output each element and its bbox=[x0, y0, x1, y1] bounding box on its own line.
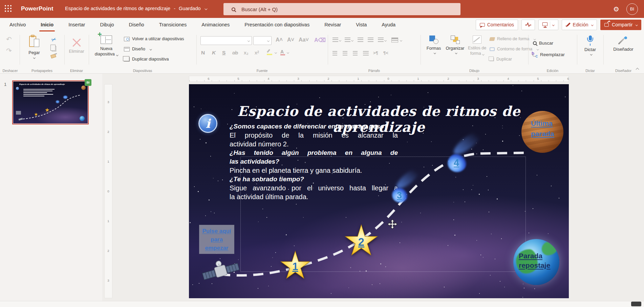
grow-font-icon[interactable]: A˄ bbox=[276, 37, 283, 43]
settings-gear-icon[interactable]: ⚙ bbox=[611, 4, 621, 14]
slide-thumbnail[interactable]: Espacio de actividades de ritmos de apre… bbox=[12, 80, 89, 124]
ribbon-tab-row: Archivo Inicio Insertar Dibujo Diseño Tr… bbox=[0, 18, 644, 31]
font-name-select[interactable] bbox=[200, 36, 252, 45]
reemplazar-button[interactable]: bc Reemplazar bbox=[532, 50, 565, 58]
formas-button[interactable]: Formas bbox=[424, 36, 444, 54]
group-label-parrafo: Párrafo bbox=[328, 69, 421, 73]
ultima-parada-link[interactable]: Última parada bbox=[531, 118, 554, 139]
tab-inicio[interactable]: Inicio bbox=[33, 18, 61, 31]
text-direction-icon[interactable] bbox=[391, 38, 398, 43]
cut-icon[interactable]: ✂ bbox=[50, 36, 58, 44]
clear-format-icon[interactable]: A⌫ bbox=[314, 37, 326, 43]
document-title-bar[interactable]: Espacio de actividades de ritmos de apre… bbox=[65, 6, 207, 11]
parada-repostaje-link[interactable]: Parada repostaje bbox=[519, 251, 550, 270]
ultima-line: Última bbox=[531, 118, 554, 128]
change-case-icon[interactable]: Aa˅ bbox=[299, 37, 309, 43]
text-line: ¿Te ha sobrado tiempo? bbox=[230, 175, 398, 184]
align-right-icon[interactable] bbox=[353, 51, 358, 55]
comentarios-button[interactable]: Comentarios bbox=[476, 20, 518, 30]
tab-revisar[interactable]: Revisar bbox=[317, 18, 348, 31]
bottom-right-chip[interactable] bbox=[631, 302, 641, 306]
pencil-icon bbox=[566, 22, 571, 27]
font-size-select[interactable] bbox=[253, 36, 272, 45]
share-icon bbox=[604, 23, 609, 27]
redo-button[interactable]: ↷ bbox=[6, 47, 12, 54]
increase-indent-icon[interactable] bbox=[368, 38, 373, 42]
tab-dibujo[interactable]: Dibujo bbox=[92, 18, 121, 31]
numbering-icon[interactable] bbox=[345, 38, 350, 42]
tab-diseno[interactable]: Diseño bbox=[122, 18, 152, 31]
search-input[interactable] bbox=[241, 6, 445, 12]
nueva-diapositiva-button[interactable]: + Nueva diapositiva bbox=[92, 36, 121, 57]
tab-presentacion[interactable]: Presentación con diapositivas bbox=[237, 18, 317, 31]
line-spacing-icon[interactable] bbox=[378, 38, 384, 42]
disenador-button[interactable]: Diseñador bbox=[610, 36, 637, 52]
italic-button[interactable]: K bbox=[212, 50, 216, 56]
duplicar-diapositiva-label: Duplicar diapositiva bbox=[132, 57, 169, 62]
duplicar-button[interactable]: Duplicar bbox=[490, 55, 512, 63]
account-avatar[interactable]: BI bbox=[626, 3, 638, 15]
reemplazar-label: Reemplazar bbox=[540, 52, 565, 57]
arrange-icon bbox=[451, 36, 460, 44]
font-color-icon[interactable]: A bbox=[280, 49, 286, 55]
tab-archivo[interactable]: Archivo bbox=[2, 18, 33, 31]
strikethrough-button[interactable]: ab bbox=[232, 50, 238, 56]
ltr-paragraph-icon[interactable]: ˃¶ bbox=[373, 50, 378, 55]
decrease-indent-icon[interactable] bbox=[358, 38, 363, 42]
eliminar-button[interactable]: Eliminar bbox=[69, 36, 84, 54]
volver-a-utilizar-button[interactable]: Volver a utilizar diapositivas bbox=[124, 35, 184, 43]
bold-button[interactable]: N bbox=[201, 50, 205, 56]
pegar-button[interactable]: Pegar bbox=[24, 35, 45, 58]
search-icon bbox=[232, 7, 235, 11]
contorno-label: Contorno de forma bbox=[497, 47, 532, 51]
rtl-paragraph-icon[interactable]: ¶˂ bbox=[383, 50, 388, 55]
chevron-down-icon bbox=[275, 51, 277, 54]
replace-icon: bc bbox=[532, 51, 538, 57]
format-painter-icon[interactable] bbox=[51, 53, 57, 58]
bullets-icon[interactable] bbox=[332, 38, 338, 42]
highlight-color-icon[interactable] bbox=[267, 49, 274, 55]
comment-icon bbox=[480, 23, 485, 27]
underline-button[interactable]: S bbox=[222, 50, 226, 56]
layout-icon bbox=[124, 47, 130, 51]
estilos-de-forma-button[interactable]: Estilos de forma bbox=[467, 36, 488, 56]
slide-text-block[interactable]: ¿Somos capaces de diferenciar entre masa… bbox=[230, 122, 398, 201]
slide-canvas[interactable]: Espacio de actividades de ritmos de apre… bbox=[189, 84, 569, 298]
tab-animaciones[interactable]: Animaciones bbox=[194, 18, 237, 31]
chevron-down-icon bbox=[455, 52, 457, 54]
subscript-button[interactable]: x₂ bbox=[244, 50, 249, 56]
tab-vista[interactable]: Vista bbox=[348, 18, 374, 31]
compartir-button[interactable]: Compartir bbox=[600, 20, 641, 30]
activity-button[interactable] bbox=[521, 20, 535, 30]
group-label-fuente: Fuente bbox=[196, 69, 328, 73]
duplicar-diapositiva-button[interactable]: Duplicar diapositiva bbox=[124, 55, 169, 63]
tab-insertar[interactable]: Insertar bbox=[61, 18, 92, 31]
align-left-icon[interactable] bbox=[332, 51, 337, 55]
edicion-mode-button[interactable]: Edición bbox=[562, 20, 597, 30]
shape-fill-icon bbox=[489, 37, 495, 41]
tab-transiciones[interactable]: Transiciones bbox=[152, 18, 194, 31]
star-2[interactable]: 2 bbox=[344, 224, 379, 259]
undo-button[interactable]: ↶ bbox=[6, 36, 12, 43]
search-bar[interactable] bbox=[223, 3, 460, 15]
info-icon[interactable]: i bbox=[198, 114, 217, 133]
copy-icon[interactable] bbox=[52, 46, 56, 51]
shrink-font-icon[interactable]: A˅ bbox=[287, 37, 294, 43]
app-launcher-waffle-icon[interactable] bbox=[5, 5, 13, 13]
star-1[interactable]: 1 bbox=[280, 251, 311, 282]
organizar-button[interactable]: Organizar bbox=[444, 36, 466, 54]
chevron-down-icon bbox=[205, 7, 207, 10]
chevron-down-icon bbox=[552, 24, 554, 26]
align-center-icon[interactable] bbox=[343, 51, 347, 55]
buscar-button[interactable]: Buscar bbox=[533, 39, 553, 47]
dictar-button[interactable]: Dictar bbox=[582, 36, 599, 55]
diseno-dropdown-button[interactable]: Diseño bbox=[124, 45, 151, 53]
tab-ayuda[interactable]: Ayuda bbox=[374, 18, 403, 31]
presenter-view-button[interactable] bbox=[538, 20, 558, 30]
superscript-button[interactable]: x² bbox=[255, 50, 259, 56]
satellite[interactable] bbox=[199, 255, 242, 287]
pulse-aqui-link[interactable]: Pulse aquí para empezar bbox=[199, 225, 234, 254]
parada-line-2: repostaje bbox=[519, 261, 550, 270]
app-header: PowerPoint Espacio de actividades de rit… bbox=[0, 0, 644, 18]
justify-icon[interactable] bbox=[363, 51, 369, 55]
